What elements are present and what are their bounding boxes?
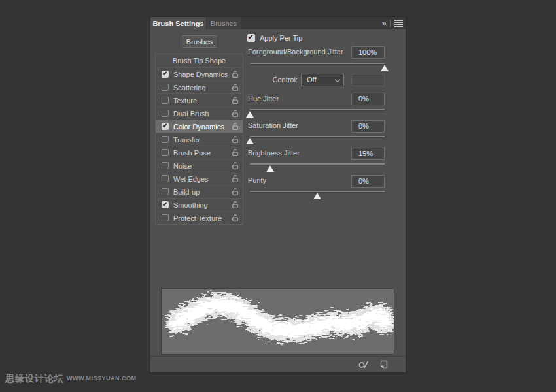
watermark: 思缘设计论坛 WWW.MISSYUAN.COM: [5, 374, 137, 383]
checkbox[interactable]: [162, 110, 169, 117]
sidebar-item-label: Scattering: [173, 84, 232, 91]
brightness-jitter-slider[interactable]: [250, 163, 385, 172]
sidebar-item-label: Noise: [173, 162, 232, 170]
sidebar-item-scattering[interactable]: Scattering: [156, 80, 243, 93]
tab-brush-settings[interactable]: Brush Settings: [150, 17, 206, 29]
control-dropdown-value: Off: [307, 76, 316, 84]
saturation-jitter-label: Saturation Jitter: [248, 122, 298, 129]
sidebar-item-label: Dual Brush: [173, 110, 232, 118]
slider-thumb[interactable]: [381, 65, 389, 71]
saturation-jitter-value[interactable]: 0%: [351, 120, 385, 133]
checkbox[interactable]: [162, 162, 169, 169]
unlock-icon[interactable]: [232, 83, 239, 91]
sidebar-item-brush-tip-shape[interactable]: Brush Tip Shape: [156, 54, 243, 67]
bristle-preview-toggle-icon[interactable]: [358, 359, 371, 370]
panel-menu-icon[interactable]: [394, 20, 403, 27]
fg-bg-jitter-value[interactable]: 100%: [351, 46, 385, 59]
sidebar-item-label: Build-up: [173, 188, 232, 196]
tab-brushes[interactable]: Brushes: [207, 17, 241, 29]
watermark-site-name: 思缘设计论坛: [5, 374, 64, 383]
hue-jitter-label: Hue Jitter: [248, 95, 279, 103]
sidebar-item-label: Shape Dynamics: [173, 71, 232, 78]
purity-value[interactable]: 0%: [351, 175, 385, 188]
slider-track[interactable]: [250, 109, 385, 111]
fg-bg-jitter-label: Foreground/Background Jitter: [248, 48, 343, 56]
unlock-icon[interactable]: [232, 161, 239, 170]
slider-track[interactable]: [250, 63, 385, 65]
sidebar-item-protect-texture[interactable]: Protect Texture: [156, 211, 243, 224]
checkbox[interactable]: [162, 214, 169, 221]
hue-jitter-value[interactable]: 0%: [351, 93, 385, 105]
sidebar-item-noise[interactable]: Noise: [156, 159, 243, 172]
unlock-icon[interactable]: [232, 188, 239, 196]
sidebar-item-texture[interactable]: Texture: [156, 93, 243, 106]
sidebar-item-color-dynamics[interactable]: Color Dynamics: [156, 120, 243, 133]
brightness-jitter-label: Brightness Jitter: [248, 149, 300, 157]
brushes-button[interactable]: Brushes: [182, 35, 217, 48]
brush-stroke-preview: [161, 288, 394, 355]
checkbox[interactable]: [162, 136, 169, 143]
brush-settings-sidebar: Brush Tip Shape Shape Dynamics Scatterin…: [155, 54, 243, 225]
checkbox[interactable]: [162, 84, 169, 91]
sidebar-item-transfer[interactable]: Transfer: [156, 133, 243, 146]
sidebar-item-label: Transfer: [173, 136, 232, 144]
watermark-url: WWW.MISSYUAN.COM: [67, 374, 137, 383]
control-amount-field-disabled: [351, 74, 385, 86]
brush-settings-panel: Brush Settings Brushes » Brushes Brush T…: [150, 17, 406, 372]
checkbox[interactable]: [162, 188, 169, 195]
purity-label: Purity: [248, 176, 266, 184]
sidebar-item-label: Protect Texture: [173, 214, 232, 222]
sidebar-item-wet-edges[interactable]: Wet Edges: [156, 172, 243, 185]
slider-thumb[interactable]: [246, 111, 254, 118]
unlock-icon[interactable]: [232, 96, 239, 105]
new-brush-icon[interactable]: [379, 359, 389, 370]
sidebar-item-label: Texture: [173, 97, 232, 105]
sidebar-item-label: Brush Pose: [173, 149, 232, 157]
slider-thumb[interactable]: [266, 165, 274, 172]
unlock-icon[interactable]: [232, 214, 239, 222]
hue-jitter-slider[interactable]: [250, 109, 385, 118]
checkbox[interactable]: [162, 123, 169, 130]
control-dropdown[interactable]: Off: [301, 74, 344, 86]
sidebar-item-label: Wet Edges: [173, 175, 232, 183]
apply-per-tip-label: Apply Per Tip: [260, 34, 302, 42]
brush-stroke-image: [162, 289, 394, 354]
unlock-icon[interactable]: [232, 201, 239, 209]
unlock-icon[interactable]: [232, 148, 239, 157]
apply-per-tip-row[interactable]: Apply Per Tip: [247, 34, 302, 42]
sidebar-item-smoothing[interactable]: Smoothing: [156, 198, 243, 211]
purity-slider[interactable]: [250, 191, 385, 200]
unlock-icon[interactable]: [232, 109, 239, 118]
brightness-jitter-value[interactable]: 15%: [351, 148, 385, 160]
checkbox[interactable]: [162, 97, 169, 104]
checkbox[interactable]: [162, 71, 169, 78]
sidebar-item-brush-pose[interactable]: Brush Pose: [156, 146, 243, 159]
fg-bg-jitter-slider[interactable]: [250, 63, 385, 72]
slider-thumb[interactable]: [246, 138, 254, 144]
slider-thumb[interactable]: [313, 193, 321, 199]
sidebar-item-label: Color Dynamics: [173, 123, 232, 131]
apply-per-tip-checkbox[interactable]: [247, 34, 255, 42]
checkbox[interactable]: [162, 175, 169, 182]
panel-tab-strip: Brush Settings Brushes »: [150, 17, 406, 29]
unlock-icon[interactable]: [232, 122, 239, 131]
sidebar-item-dual-brush[interactable]: Dual Brush: [156, 106, 243, 120]
sidebar-item-build-up[interactable]: Build-up: [156, 185, 243, 198]
chevron-down-icon: [335, 77, 340, 82]
collapse-panel-icon[interactable]: »: [382, 19, 386, 27]
slider-track[interactable]: [250, 136, 385, 138]
checkbox[interactable]: [162, 201, 169, 208]
saturation-jitter-slider[interactable]: [250, 136, 385, 145]
unlock-icon[interactable]: [232, 135, 239, 144]
unlock-icon[interactable]: [232, 70, 239, 78]
sidebar-item-label: Smoothing: [173, 201, 232, 209]
control-label: Control:: [247, 76, 298, 84]
unlock-icon[interactable]: [232, 174, 239, 183]
panel-footer: [150, 356, 406, 372]
sidebar-item-shape-dynamics[interactable]: Shape Dynamics: [156, 67, 243, 80]
divider: [390, 20, 391, 27]
checkbox[interactable]: [162, 149, 169, 156]
